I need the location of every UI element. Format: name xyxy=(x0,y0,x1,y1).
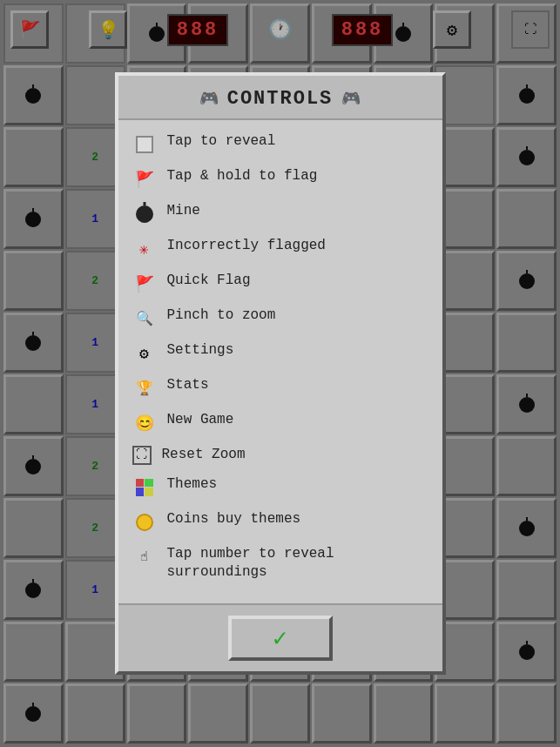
wrong-flag-label: Incorrectly flagged xyxy=(167,237,326,255)
settings-label: Settings xyxy=(167,341,234,360)
new-game-icon: 😊 xyxy=(132,411,157,435)
modal-header: 🎮 CONTROLS 🎮 xyxy=(118,76,442,120)
tap-number-icon: ☝ xyxy=(132,545,157,569)
wrong-flag-icon: ✳ xyxy=(132,237,157,261)
pinch-label: Pinch to zoom xyxy=(167,306,276,325)
control-item-reset-zoom: ⛶ Reset Zoom xyxy=(132,446,428,465)
control-item-tap-reveal: Tap to reveal xyxy=(132,132,428,157)
stats-icon: 🏆 xyxy=(132,376,157,400)
tap-reveal-label: Tap to reveal xyxy=(167,132,276,151)
control-item-tap-hold: 🚩 Tap & hold to flag xyxy=(132,167,428,192)
controls-modal: 🎮 CONTROLS 🎮 Tap to reveal 🚩 Tap & hold … xyxy=(115,72,446,676)
control-item-coins: Coins buy themes xyxy=(132,510,428,535)
coin-icon xyxy=(132,510,157,535)
modal-overlay: 🎮 CONTROLS 🎮 Tap to reveal 🚩 Tap & hold … xyxy=(0,0,560,747)
reset-zoom-label: Reset Zoom xyxy=(162,446,246,464)
tap-hold-icon: 🚩 xyxy=(132,167,157,192)
control-item-tap-number: ☝ Tap number to reveal surroundings xyxy=(132,545,428,582)
quick-flag-icon: 🚩 xyxy=(132,272,157,296)
ok-checkmark: ✓ xyxy=(273,623,287,653)
gamepad-left-icon: 🎮 xyxy=(199,89,219,108)
gamepad-right-icon: 🎮 xyxy=(341,89,361,108)
modal-title: CONTROLS xyxy=(227,88,334,110)
control-item-quick-flag: 🚩 Quick Flag xyxy=(132,272,428,296)
control-item-new-game: 😊 New Game xyxy=(132,411,428,435)
mine-icon xyxy=(132,202,157,226)
tap-hold-label: Tap & hold to flag xyxy=(167,167,318,185)
themes-icon xyxy=(132,475,157,500)
control-item-settings: ⚙ Settings xyxy=(132,341,428,366)
pinch-icon: 🔍 xyxy=(132,306,157,331)
control-item-wrong-flag: ✳ Incorrectly flagged xyxy=(132,237,428,261)
themes-label: Themes xyxy=(167,475,218,494)
quick-flag-label: Quick Flag xyxy=(167,272,251,290)
control-item-mine: Mine xyxy=(132,202,428,226)
settings-icon: ⚙ xyxy=(132,341,157,366)
control-item-stats: 🏆 Stats xyxy=(132,376,428,400)
theme-color-1 xyxy=(136,479,145,488)
new-game-label: New Game xyxy=(167,411,234,429)
stats-label: Stats xyxy=(167,376,209,394)
control-item-themes: Themes xyxy=(132,475,428,500)
tap-reveal-icon xyxy=(132,132,157,157)
theme-color-3 xyxy=(136,488,145,496)
reset-zoom-icon: ⛶ xyxy=(132,446,152,465)
ok-button[interactable]: ✓ xyxy=(228,616,333,661)
tap-number-label: Tap number to reveal surroundings xyxy=(167,545,428,582)
control-item-pinch: 🔍 Pinch to zoom xyxy=(132,306,428,331)
mine-label: Mine xyxy=(167,202,200,220)
coins-label: Coins buy themes xyxy=(167,510,301,528)
modal-body: Tap to reveal 🚩 Tap & hold to flag Mine … xyxy=(118,120,442,604)
modal-footer: ✓ xyxy=(118,603,442,671)
theme-color-4 xyxy=(145,488,153,496)
theme-color-2 xyxy=(145,479,153,488)
